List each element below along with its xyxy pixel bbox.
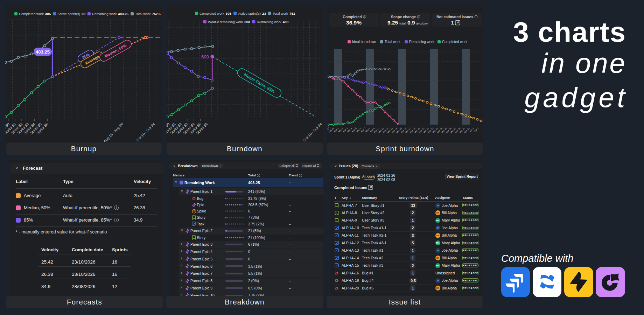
svg-text:600: 600 — [244, 20, 250, 24]
svg-text:avg/day: avg/day — [416, 21, 428, 25]
svg-text:Completed: Completed — [343, 15, 362, 19]
svg-text:Monte Carlo, 85%: Monte Carlo, 85% — [243, 72, 276, 94]
svg-text:752: 752 — [289, 12, 295, 15]
svg-text:Ideal burndown: Ideal burndown — [352, 40, 376, 44]
svg-text:403: 403 — [283, 20, 289, 24]
svg-text:Apr 2: Apr 2 — [474, 127, 479, 133]
svg-text:23: 23 — [82, 12, 85, 16]
svg-text:9.25: 9.25 — [387, 20, 398, 26]
svg-text:What-if remaining work: What-if remaining work — [208, 20, 243, 24]
svg-text:i: i — [418, 16, 419, 18]
svg-text:Active sprint(s): Active sprint(s) — [57, 12, 80, 16]
svg-text:total: total — [399, 21, 406, 25]
svg-text:i: i — [364, 16, 365, 18]
svg-text:752.5: 752.5 — [152, 12, 161, 16]
svg-text:Total work: Total work — [135, 12, 150, 16]
svg-text:0.9: 0.9 — [407, 20, 415, 26]
svg-text:Completed work: Completed work — [19, 12, 44, 16]
svg-text:Scope change: Scope change — [391, 15, 416, 19]
svg-text:?: ? — [193, 210, 195, 213]
svg-text:Remaining work: Remaining work — [92, 12, 117, 16]
svg-text:Apr 1: Apr 1 — [469, 127, 475, 133]
svg-text:Completed work: Completed work — [442, 40, 468, 44]
svg-text:i: i — [476, 16, 476, 18]
svg-text:Aug 15 - Aug 29: Aug 15 - Aug 29 — [103, 122, 124, 142]
svg-text:600: 600 — [201, 54, 209, 59]
svg-text:403.25: 403.25 — [36, 49, 50, 55]
svg-text:Total work: Total work — [273, 12, 288, 15]
svg-text:Oct 10 - Oct 24: Oct 10 - Oct 24 — [135, 122, 156, 142]
svg-text:1: 1 — [451, 20, 454, 26]
svg-text:Completed work: Completed work — [200, 12, 224, 15]
svg-text:305: 305 — [45, 12, 51, 16]
svg-text:Active sprint(s): Active sprint(s) — [238, 12, 261, 15]
svg-text:Remaining work: Remaining work — [409, 40, 435, 44]
svg-text:23: 23 — [262, 12, 266, 15]
svg-text:305: 305 — [226, 12, 232, 15]
svg-text:Oct 10 - Oct 24: Oct 10 - Oct 24 — [302, 122, 323, 142]
svg-text:36.9%: 36.9% — [346, 20, 362, 26]
svg-text:Not estimated issues: Not estimated issues — [436, 15, 473, 19]
svg-text:Total work: Total work — [385, 40, 401, 44]
svg-text:403.25: 403.25 — [118, 12, 129, 16]
